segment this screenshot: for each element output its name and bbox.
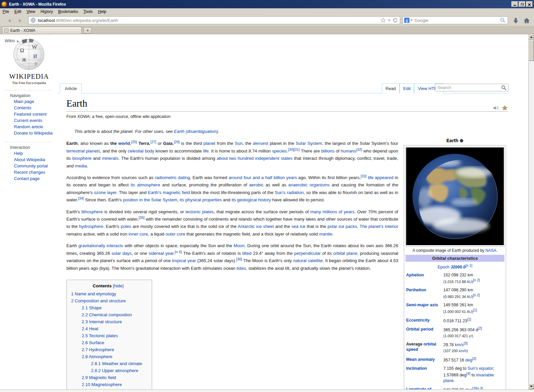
reference-link-anchor[interactable]: [3]	[472, 356, 476, 360]
vertical-scrollbar[interactable]	[528, 34, 534, 389]
wiki-link[interactable]: outer core	[165, 232, 185, 237]
toc-link[interactable]: 2.2 Chemical composition	[82, 312, 132, 317]
wiki-link[interactable]: NASA	[486, 248, 496, 253]
wiki-link[interactable]: its physical properties	[180, 197, 222, 202]
wiki-link[interactable]: Orbital period	[406, 327, 433, 332]
wiki-link[interactable]: deg	[465, 358, 472, 362]
wiki-link[interactable]: perpendicular	[294, 251, 321, 256]
reference-link-anchor[interactable]: [2]	[478, 326, 482, 330]
url-bar[interactable]: localhost:8080/en.wikipedia.org/wiki/Ear…	[28, 16, 400, 24]
reference-link[interactable]: [4]	[467, 371, 471, 375]
toc-link[interactable]: 2.8.2 Upper atmosphere	[91, 368, 138, 373]
reference-link-anchor[interactable]: [3][n 3]	[472, 386, 483, 389]
wiki-link[interactable]: position in the Solar System	[123, 197, 177, 202]
wiki-link[interactable]: Antarctic ice sheet	[238, 224, 274, 229]
menu-file[interactable]: File	[0, 9, 12, 15]
wiki-link[interactable]: around four and a half billion years	[228, 175, 297, 180]
wiki-link[interactable]: Sun	[235, 141, 242, 146]
wiki-link[interactable]: natural satellite	[293, 258, 323, 263]
forward-button[interactable]	[16, 17, 24, 25]
scrollbar-thumb[interactable]	[529, 40, 534, 61]
wiki-link[interactable]: billions	[321, 148, 334, 153]
menu-help[interactable]: Help	[95, 9, 109, 15]
reference-link[interactable]: [29]	[174, 140, 180, 144]
wiki-link[interactable]: Longitude of ascending node	[406, 387, 438, 389]
reference-link-anchor[interactable]: [33]	[361, 174, 367, 178]
menu-view[interactable]: View	[24, 9, 38, 15]
toc-link[interactable]: 2 Composition and structure	[71, 298, 126, 303]
reference-link-anchor[interactable]: [34]	[78, 196, 84, 200]
featured-star-icon[interactable]	[502, 105, 507, 111]
wiki-link[interactable]: tropical year	[172, 258, 196, 263]
wiki-link[interactable]: AU	[467, 295, 472, 299]
reference-link[interactable]: [n 1]	[466, 263, 472, 267]
bookmark-dropdown-icon[interactable]	[388, 20, 391, 21]
sidebar-link[interactable]: Featured content	[14, 112, 46, 117]
wiki-link[interactable]: hydrosphere	[79, 224, 103, 229]
restore-button[interactable]	[519, 1, 525, 7]
wiki-link[interactable]: Inclination	[406, 366, 427, 371]
reference-link-anchor[interactable]: [29]	[174, 140, 180, 144]
wiki-link[interactable]: orbital plane	[333, 251, 357, 256]
sidebar-link[interactable]: Contact page	[14, 176, 40, 181]
reference-link-anchor[interactable]: [36]	[236, 257, 242, 261]
wiki-link[interactable]: km/h	[459, 349, 467, 353]
wiki-link[interactable]: celestial body	[128, 148, 154, 153]
wiki-link[interactable]: Sun's equator	[468, 366, 493, 371]
wiki-link[interactable]: anaerobic organisms	[288, 182, 330, 187]
wiki-link[interactable]: densest	[253, 141, 268, 146]
wiki-link[interactable]: tides	[236, 266, 246, 271]
bookmark-star-icon[interactable]	[381, 18, 386, 23]
wiki-link[interactable]: sea ice	[291, 224, 305, 229]
wiki-link[interactable]: gravitationally interacts	[78, 243, 123, 248]
reference-link-anchor[interactable]: [1]	[467, 317, 471, 321]
wiki-link[interactable]: km/s	[455, 343, 464, 347]
wiki-link[interactable]: Earth (disambiguation)	[174, 129, 218, 134]
toc-hide-toggle[interactable]: [hide]	[113, 283, 124, 288]
scroll-up-button[interactable]	[529, 34, 534, 40]
menu-tools[interactable]: Tools	[81, 9, 95, 15]
toc-link[interactable]: 2.7 Hydrosphere	[82, 347, 114, 352]
wiki-link[interactable]: polar ice packs	[327, 224, 357, 229]
wiki-link[interactable]: Semi-major axis	[406, 303, 438, 307]
sidebar-link[interactable]: Current events	[14, 118, 42, 123]
listen-audio-icon[interactable]	[493, 106, 499, 110]
wiki-link[interactable]: lithosphere	[81, 209, 103, 214]
tab-earth-xowa[interactable]: Earth - XOWA	[2, 27, 82, 34]
toc-link[interactable]: 1 Name and etymology	[71, 291, 116, 296]
reference-link-anchor[interactable]: [4]	[467, 371, 471, 375]
back-button[interactable]	[5, 17, 13, 25]
menu-edit[interactable]: Edit	[12, 9, 24, 15]
reference-link[interactable]: [2]	[478, 326, 482, 330]
toc-link[interactable]: 2.6 Surface	[82, 340, 104, 345]
reference-link[interactable]: [36]	[236, 257, 242, 261]
wiki-link[interactable]: solar days	[112, 251, 132, 256]
reference-link[interactable]: [30][31]	[288, 147, 300, 151]
reference-link[interactable]: [n 2]	[473, 278, 480, 282]
reference-link-anchor[interactable]: [1]	[473, 308, 477, 312]
wiki-link[interactable]: yr	[469, 334, 472, 338]
sidebar-link[interactable]: Donate to Wikipedia	[14, 131, 52, 136]
wiki-link[interactable]: its atmosphere	[131, 182, 160, 187]
menu-history[interactable]: History	[38, 9, 55, 15]
wiki-link[interactable]: poles	[121, 224, 132, 229]
reference-link[interactable]: [35]	[139, 216, 145, 220]
wiki-link[interactable]: tilted	[242, 251, 251, 256]
wiki-link[interactable]: many millions of years	[310, 209, 354, 214]
sidebar-link[interactable]: Community portal	[14, 163, 48, 168]
reference-link[interactable]: [3][n 3]	[472, 386, 483, 389]
wiki-link[interactable]: species	[272, 148, 287, 153]
wiki-link[interactable]: life appeared	[368, 175, 394, 180]
toc-link[interactable]: 2.5 Tectonic plates	[82, 333, 118, 338]
reference-link-anchor[interactable]: [n 1]	[466, 263, 472, 267]
wiki-link[interactable]: sidereal year	[148, 251, 174, 256]
wiki-link[interactable]: Sun's radiation	[275, 190, 304, 195]
reference-link-anchor[interactable]: [32]	[356, 147, 362, 151]
reference-link-anchor[interactable]: [n 2]	[473, 293, 480, 297]
new-tab-button[interactable]: +	[84, 27, 92, 34]
sidebar-link[interactable]: Contents	[14, 105, 31, 110]
wiki-link[interactable]: Eccentricity	[406, 318, 430, 323]
wiki-link[interactable]: J2000.0	[451, 265, 466, 269]
menu-bookmarks[interactable]: Bookmarks	[55, 9, 81, 15]
wiki-link[interactable]: inner core	[129, 232, 148, 237]
